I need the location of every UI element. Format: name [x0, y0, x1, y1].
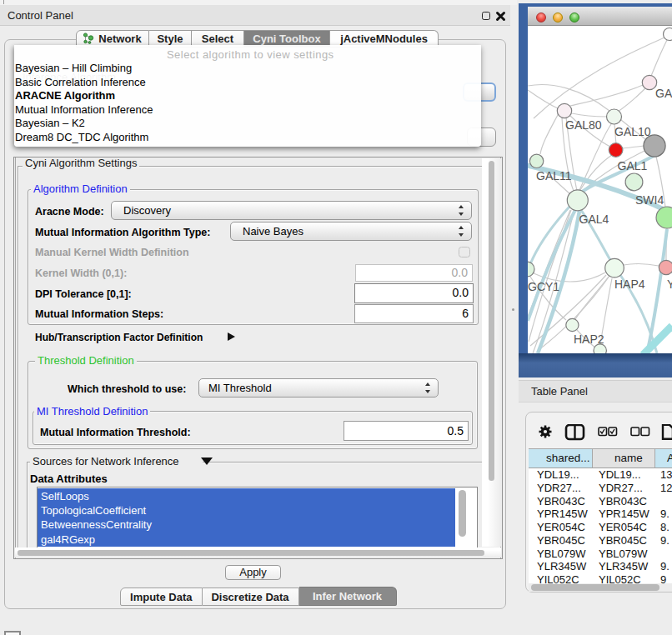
svg-text:GAL1: GAL1 [618, 159, 648, 172]
svg-text:GAL4: GAL4 [579, 212, 609, 226]
svg-text:GAL80: GAL80 [565, 118, 602, 132]
svg-text:Y: Y [667, 278, 672, 291]
svg-text:HAP4: HAP4 [614, 278, 645, 291]
svg-text:GAL11: GAL11 [536, 169, 572, 182]
svg-text:GCY1: GCY1 [528, 280, 559, 293]
svg-text:SWI4: SWI4 [635, 193, 664, 207]
svg-text:GAL10: GAL10 [614, 125, 651, 138]
svg-text:GAL7: GAL7 [655, 87, 672, 100]
svg-text:HAP2: HAP2 [574, 332, 604, 346]
